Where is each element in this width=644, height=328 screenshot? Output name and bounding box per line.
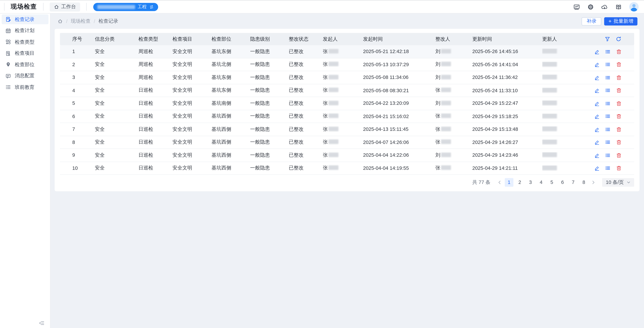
redacted-name	[328, 101, 338, 105]
delete-button[interactable]	[616, 152, 621, 158]
cell-updater	[542, 165, 592, 171]
table-row[interactable]: 7安全日巡检安全文明基坑西侧一般隐患已整改张2025-04-13 15:11:4…	[60, 123, 634, 136]
cell-updater	[542, 49, 592, 54]
detail-button[interactable]	[605, 126, 610, 132]
sidebar-item[interactable]: 检查部位	[2, 60, 48, 70]
cell-updater	[542, 100, 592, 106]
detail-button[interactable]	[605, 139, 610, 145]
detail-button[interactable]	[605, 165, 610, 171]
detail-button[interactable]	[605, 152, 610, 158]
cell-check_type: 日巡检	[138, 113, 172, 120]
page-button-4[interactable]: 4	[537, 178, 546, 187]
table-row[interactable]: 5安全日巡检安全文明基坑南侧一般隐患已整改张2025-04-22 13:20:0…	[60, 97, 634, 110]
chevron-down-icon	[627, 180, 630, 184]
delete-button[interactable]	[616, 75, 621, 80]
table-row[interactable]: 1安全周巡检安全文明基坑东侧一般隐患已整改张2025-05-21 12:42:1…	[60, 45, 634, 58]
home-icon[interactable]	[58, 19, 63, 24]
page-button-2[interactable]: 2	[515, 178, 524, 187]
table-row[interactable]: 2安全周巡检安全文明基坑北侧一般隐患已整改张2025-05-13 10:37:2…	[60, 58, 634, 71]
category-icon	[5, 39, 11, 45]
filter-button[interactable]	[604, 36, 610, 42]
cell-hazard_level: 一般隐患	[250, 61, 289, 68]
page-button-7[interactable]: 7	[569, 178, 578, 187]
delete-button[interactable]	[616, 165, 621, 171]
cell-check_item: 安全文明	[172, 152, 212, 159]
page-size-select[interactable]: 10 条/页	[602, 178, 634, 187]
filter-icon	[604, 36, 610, 42]
table-row[interactable]: 6安全日巡检安全文明基坑西侧一般隐患已整改张2025-04-21 15:16:0…	[60, 110, 634, 123]
sidebar-item[interactable]: 检查类型	[2, 37, 48, 47]
edit-button[interactable]	[594, 139, 600, 145]
edit-button[interactable]	[594, 88, 600, 93]
delete-button[interactable]	[616, 49, 621, 54]
detail-button[interactable]	[605, 101, 610, 106]
delete-button[interactable]	[616, 113, 621, 119]
refresh-button[interactable]	[616, 36, 621, 42]
table-row[interactable]: 4安全日巡检安全文明基坑东侧一般隐患已整改张2025-05-08 08:30:2…	[60, 84, 634, 97]
edit-icon	[594, 88, 600, 93]
table-row[interactable]: 10安全日巡检安全文明基坑西侧一般隐患已整改张2025-04-04 14:19:…	[60, 162, 634, 175]
table-row[interactable]: 3安全周巡检安全文明基坑东侧一般隐患已整改张2025-05-08 11:34:0…	[60, 71, 634, 84]
supplement-button[interactable]: 补录	[582, 17, 602, 25]
edit-button[interactable]	[594, 165, 600, 171]
detail-button[interactable]	[605, 88, 610, 93]
detail-button[interactable]	[605, 49, 610, 54]
page-button-5[interactable]: 5	[548, 178, 556, 187]
page-button-1[interactable]: 1	[505, 178, 513, 187]
redacted-name	[441, 62, 451, 66]
page-button-3[interactable]: 3	[526, 178, 535, 187]
sidebar-item[interactable]: 检查记录	[2, 15, 48, 24]
project-switcher-button[interactable]: 工程	[93, 3, 158, 11]
delete-button[interactable]	[616, 88, 621, 93]
cell-check_item: 安全文明	[172, 74, 212, 81]
message-icon	[5, 73, 11, 79]
delete-button[interactable]	[616, 101, 621, 106]
workbench-button[interactable]: 工作台	[50, 2, 80, 11]
cloud-download-button[interactable]	[601, 4, 608, 10]
delete-icon	[616, 113, 621, 119]
sidebar-item[interactable]: 班前教育	[2, 82, 48, 92]
edit-icon	[594, 126, 600, 132]
page-button-6[interactable]: 6	[558, 178, 567, 187]
sidebar-item[interactable]: 消息配置	[2, 71, 48, 81]
monitor-button[interactable]	[574, 4, 580, 10]
detail-list-icon	[605, 49, 610, 54]
next-page-button[interactable]	[590, 180, 596, 184]
cell-seq: 9	[72, 152, 95, 158]
delete-button[interactable]	[616, 62, 621, 67]
book-button[interactable]	[615, 4, 622, 10]
edit-button[interactable]	[594, 75, 600, 80]
detail-button[interactable]	[605, 75, 610, 80]
cell-check_type: 周巡检	[138, 74, 172, 81]
prev-page-button[interactable]	[496, 180, 503, 184]
edit-button[interactable]	[594, 113, 600, 119]
cell-check_part: 基坑南侧	[212, 100, 250, 107]
cell-status: 已整改	[289, 100, 323, 107]
delete-button[interactable]	[616, 126, 621, 132]
batch-add-button[interactable]: + 批量新增	[604, 17, 637, 25]
edit-button[interactable]	[594, 62, 600, 67]
redacted-name	[328, 114, 338, 118]
cell-rectifier: 刘	[435, 61, 472, 68]
edit-button[interactable]	[594, 101, 600, 106]
edit-button[interactable]	[594, 152, 600, 158]
cell-hazard_level: 一般隐患	[250, 100, 289, 107]
collapse-sidebar-button[interactable]	[39, 320, 44, 326]
redacted-name	[328, 152, 338, 157]
gear-button[interactable]	[587, 4, 594, 10]
redacted-name	[441, 88, 451, 92]
detail-button[interactable]	[605, 62, 610, 67]
detail-button[interactable]	[605, 113, 610, 119]
page-button-8[interactable]: 8	[580, 178, 588, 187]
redacted-name	[542, 62, 557, 67]
delete-button[interactable]	[616, 139, 621, 145]
sidebar-item[interactable]: 检查项目	[2, 48, 48, 58]
breadcrumb-item[interactable]: 现场检查	[71, 18, 90, 25]
user-avatar[interactable]	[629, 2, 639, 12]
edit-button[interactable]	[594, 126, 600, 132]
sidebar-item[interactable]: 检查计划	[2, 26, 48, 36]
edit-button[interactable]	[594, 49, 600, 54]
table-row[interactable]: 8安全日巡检安全文明基坑西侧一般隐患已整改张2025-04-07 14:26:0…	[60, 136, 634, 149]
table-row[interactable]: 9安全日巡检安全文明基坑西侧一般隐患已整改张2025-04-04 14:22:0…	[60, 149, 634, 162]
cell-status: 已整改	[289, 74, 323, 81]
